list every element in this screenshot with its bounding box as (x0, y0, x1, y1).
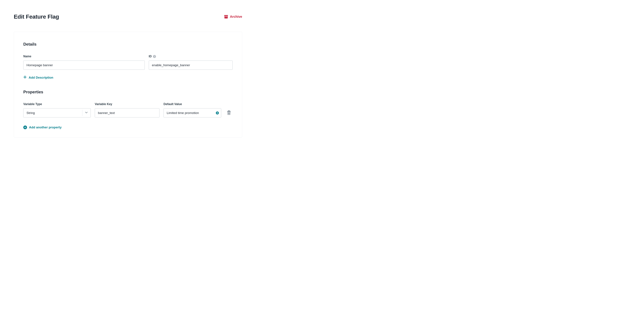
add-description-button[interactable]: Add Description (23, 75, 53, 80)
variable-key-input[interactable] (95, 108, 160, 117)
svg-rect-2 (226, 16, 226, 17)
svg-rect-9 (228, 112, 228, 114)
archive-label: Archive (230, 15, 242, 18)
page-title: Edit Feature Flag (14, 13, 59, 20)
archive-button[interactable]: Archive (224, 15, 242, 18)
add-another-property-label: Add another property (29, 126, 62, 129)
properties-section-title: Properties (23, 90, 232, 94)
id-label-text: ID (149, 55, 152, 58)
chevron-down-icon (85, 111, 88, 115)
variable-key-label: Variable Key (95, 102, 160, 106)
info-icon[interactable]: i (153, 55, 156, 58)
add-variation-icon[interactable] (216, 111, 219, 114)
content-card: Details Name ID i Add Descripti (14, 32, 242, 137)
variable-type-label: Variable Type (23, 102, 91, 106)
name-label: Name (23, 55, 145, 58)
svg-rect-4 (24, 77, 26, 77)
plus-icon (23, 75, 27, 80)
svg-rect-10 (229, 112, 229, 114)
svg-rect-0 (224, 15, 228, 16)
default-value-wrap (164, 108, 221, 117)
variable-type-value: String (26, 111, 35, 115)
default-value-input[interactable] (164, 108, 221, 117)
id-label: ID i (149, 55, 232, 58)
page-root: Edit Feature Flag Archive Details Name I… (0, 13, 256, 137)
add-description-label: Add Description (29, 76, 53, 79)
svg-rect-13 (24, 127, 26, 128)
svg-rect-8 (228, 110, 230, 111)
svg-rect-6 (216, 113, 218, 113)
plus-circle-icon (23, 126, 27, 129)
trash-icon (227, 110, 231, 115)
svg-rect-1 (224, 16, 228, 18)
name-input[interactable] (23, 60, 145, 70)
archive-icon (224, 15, 228, 18)
id-input[interactable] (149, 60, 232, 70)
property-row: String (23, 108, 232, 117)
id-field: ID i (149, 55, 232, 70)
details-row: Name ID i (23, 55, 232, 70)
add-another-property-button[interactable]: Add another property (23, 126, 62, 129)
properties-header-row: Variable Type Variable Key Default Value (23, 102, 232, 106)
variable-type-select[interactable]: String (23, 108, 91, 117)
default-value-label: Default Value (164, 102, 221, 106)
svg-rect-7 (227, 111, 230, 111)
details-section-title: Details (23, 42, 232, 47)
name-field: Name (23, 55, 145, 70)
page-header: Edit Feature Flag Archive (14, 13, 242, 20)
delete-property-button[interactable] (225, 110, 232, 115)
svg-rect-11 (229, 112, 230, 114)
